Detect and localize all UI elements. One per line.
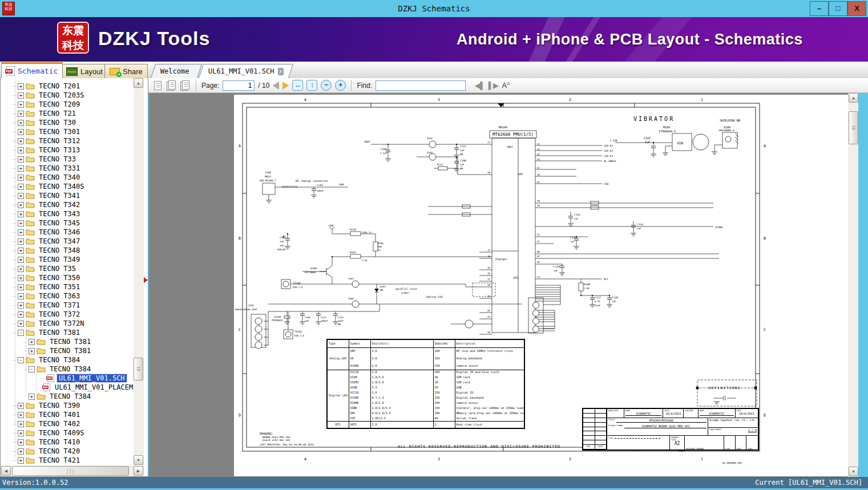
tree-toggle-icon[interactable]: + <box>18 138 24 144</box>
viewer-vscroll-thumb[interactable]: ☰ <box>849 111 858 144</box>
tree-item[interactable]: +TECNO T21 <box>1 109 134 118</box>
tree-item[interactable]: +TECNO T345 <box>1 218 134 228</box>
tree-item[interactable]: +TECNO T331 <box>1 164 134 173</box>
font-case-icon[interactable]: Aa <box>502 80 510 90</box>
viewer-scroll-down-icon[interactable]: ▼ <box>849 467 858 476</box>
tree-item[interactable]: -TECNO T384 <box>1 365 134 374</box>
next-page-copy-icon[interactable] <box>180 80 191 91</box>
tree-toggle-icon[interactable]: + <box>18 421 24 427</box>
fit-page-icon[interactable]: ↕ <box>306 80 317 91</box>
tree-item[interactable]: +TECNO T340 <box>1 173 134 182</box>
tree-item[interactable]: +TECNO T381 <box>1 337 134 346</box>
tree-item[interactable]: +TECNO T350 <box>1 273 134 282</box>
tree-item[interactable]: +TECNO T421 <box>1 456 134 465</box>
tree-toggle-icon[interactable]: + <box>18 257 24 263</box>
tree-toggle-icon[interactable]: + <box>18 275 24 281</box>
tree-toggle-icon[interactable]: + <box>18 284 24 290</box>
minimize-button[interactable]: – <box>810 1 829 16</box>
tree-item[interactable]: +TECNO T313 <box>1 145 134 155</box>
tree-toggle-icon[interactable]: + <box>18 311 24 318</box>
find-input[interactable] <box>376 80 466 91</box>
tree-toggle-icon[interactable]: + <box>18 120 24 126</box>
sidebar-scroll-left-icon[interactable]: ◀ <box>1 466 11 476</box>
tree-toggle-icon[interactable]: + <box>29 348 35 354</box>
doc-tab-welcome[interactable]: Welcome <box>151 64 202 78</box>
tree-item[interactable]: +TECNO T381 <box>1 346 134 355</box>
tree-toggle-icon[interactable]: - <box>18 357 24 363</box>
tree-toggle-icon[interactable]: + <box>18 238 24 245</box>
tree-item[interactable]: +TECNO T372N <box>1 319 134 328</box>
close-button[interactable]: X <box>847 1 866 16</box>
tree-toggle-icon[interactable]: + <box>18 439 24 446</box>
viewer-scroll-up-icon[interactable]: ▲ <box>849 93 858 103</box>
tree-toggle-icon[interactable]: - <box>29 366 35 372</box>
find-next-icon[interactable]: ▌▶ <box>488 82 499 90</box>
tree-item[interactable]: -TECNO T384 <box>1 355 134 365</box>
tree-item[interactable]: +TECNO T203S <box>1 91 134 100</box>
tree-toggle-icon[interactable]: + <box>18 448 24 455</box>
tree-item[interactable]: +TECNO T346 <box>1 228 134 237</box>
single-page-icon[interactable] <box>153 80 163 91</box>
tree-toggle-icon[interactable]: + <box>29 394 35 400</box>
tree-item[interactable]: +TECNO T372 <box>1 310 134 319</box>
sidebar-scroll-up-icon[interactable]: ▲ <box>134 78 143 88</box>
prev-page-icon[interactable] <box>273 82 279 90</box>
page-number-input[interactable] <box>223 80 255 91</box>
tree-toggle-icon[interactable]: + <box>18 403 24 409</box>
tree-toggle-icon[interactable]: + <box>18 430 24 436</box>
tree-toggle-icon[interactable]: + <box>18 92 24 99</box>
tree-item[interactable]: +TECNO T371 <box>1 301 134 310</box>
tree-item[interactable]: +TECNO T410 <box>1 438 134 447</box>
tree-toggle-icon[interactable]: - <box>18 330 24 336</box>
sidebar-vscroll-track[interactable] <box>134 78 144 465</box>
viewer-vscroll-track[interactable] <box>848 93 858 477</box>
tree-toggle-icon[interactable]: + <box>18 175 24 181</box>
tree-item[interactable]: +TECNO T33 <box>1 155 134 164</box>
sidebar-scroll-down-icon[interactable]: ▼ <box>134 455 143 465</box>
find-prev-icon[interactable]: ◀▌ <box>475 82 485 90</box>
tree-item[interactable]: -TECNO T381 <box>1 328 134 337</box>
tree-item[interactable]: +TECNO T347 <box>1 237 134 246</box>
tree-item[interactable]: +TECNO T401 <box>1 410 134 419</box>
maximize-button[interactable]: □ <box>829 1 847 16</box>
tree-item[interactable]: +TECNO T420 <box>1 447 134 456</box>
tree-toggle-icon[interactable]: + <box>18 412 24 418</box>
tree-toggle-icon[interactable]: + <box>18 111 24 117</box>
doc-tab-close-icon[interactable]: x <box>277 68 283 75</box>
tree-item[interactable]: +TECNO T341 <box>1 191 134 200</box>
tree-toggle-icon[interactable]: + <box>18 293 24 299</box>
tree-item[interactable]: PDFUL61_MMI_V01.SCH <box>1 374 134 383</box>
tab-layout[interactable]: PADS Layout <box>61 64 108 78</box>
tree-item[interactable]: +TECNO T340S <box>1 182 134 191</box>
zoom-in-icon[interactable]: + <box>335 80 346 91</box>
fit-width-icon[interactable]: ↔ <box>292 80 303 91</box>
tree-toggle-icon[interactable]: + <box>18 457 24 464</box>
sidebar-vscroll-thumb[interactable]: ☰ <box>134 358 143 380</box>
tree-item[interactable]: +TECNO T351 <box>1 282 134 291</box>
tree-item[interactable]: PDFUL61_MMI_V01_PLACEMENT <box>1 383 134 392</box>
splitter-collapse-arrow[interactable] <box>144 277 148 283</box>
tree-item[interactable]: +TECNO T348 <box>1 246 134 255</box>
tree-toggle-icon[interactable]: + <box>18 229 24 236</box>
tree-toggle-icon[interactable]: + <box>18 156 24 163</box>
tree-toggle-icon[interactable]: + <box>18 147 24 153</box>
tree-toggle-icon[interactable]: + <box>29 339 35 345</box>
doc-tab-active[interactable]: UL61_MMI_V01.SCH x <box>199 64 293 78</box>
tree-item[interactable]: +TECNO T201 <box>1 82 134 91</box>
tree-toggle-icon[interactable]: + <box>18 248 24 254</box>
tree-item[interactable]: +TECNO T342 <box>1 200 134 209</box>
tree-item[interactable]: +TECNO T409S <box>1 428 134 438</box>
tree-item[interactable]: +TECNO T209 <box>1 100 134 109</box>
tree-item[interactable]: +TECNO T343 <box>1 209 134 218</box>
tree-toggle-icon[interactable]: + <box>18 266 24 272</box>
tree-toggle-icon[interactable]: + <box>18 321 24 327</box>
tree-toggle-icon[interactable]: + <box>18 202 24 208</box>
tree-item[interactable]: +TECNO T312 <box>1 136 134 145</box>
tree-item[interactable]: +TECNO T35 <box>1 264 134 273</box>
zoom-out-icon[interactable]: − <box>321 80 332 91</box>
tree-item[interactable]: +TECNO T30 <box>1 118 134 127</box>
next-page-icon[interactable] <box>282 82 289 90</box>
tree-toggle-icon[interactable]: + <box>18 220 24 226</box>
tree-item[interactable]: +TECNO T363 <box>1 291 134 301</box>
tree-toggle-icon[interactable]: + <box>18 211 24 217</box>
